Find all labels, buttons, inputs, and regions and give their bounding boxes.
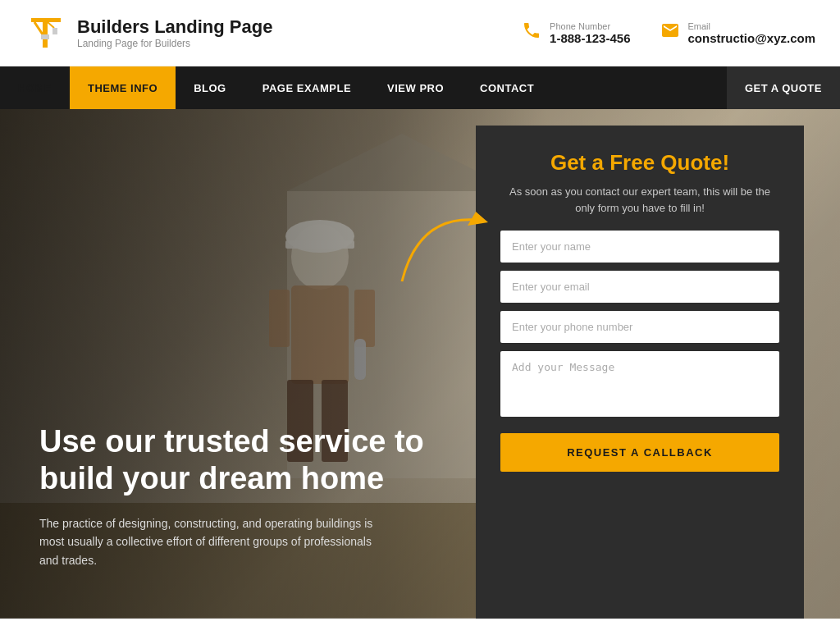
svg-rect-1 — [31, 18, 61, 22]
hero-section: Use our trusted service to build your dr… — [0, 109, 840, 619]
nav-item-contact[interactable]: CONTACT — [462, 66, 552, 109]
hero-content: Use our trusted service to build your dr… — [0, 109, 840, 619]
svg-rect-3 — [41, 34, 49, 39]
phone-icon — [522, 21, 541, 45]
header-contact: Phone Number 1-888-123-456 Email constru… — [522, 21, 815, 45]
svg-line-4 — [48, 22, 54, 28]
nav-item-view-pro[interactable]: VIEW PRO — [369, 66, 462, 109]
nav-item-get-quote[interactable]: GET A QUOTE — [727, 66, 840, 109]
svg-rect-0 — [43, 18, 48, 48]
name-input[interactable] — [500, 231, 779, 263]
hero-title: Use our trusted service to build your dr… — [39, 423, 443, 498]
nav-item-theme-info[interactable]: THEME INFO — [70, 66, 176, 109]
logo-text: Builders Landing Page Landing Page for B… — [77, 16, 272, 49]
phone-info: Phone Number 1-888-123-456 — [550, 21, 630, 45]
site-title: Builders Landing Page — [77, 16, 272, 38]
hero-left: Use our trusted service to build your dr… — [0, 109, 476, 619]
message-input[interactable] — [500, 351, 779, 417]
request-callback-button[interactable]: REQUEST A CALLBACK — [500, 433, 779, 472]
email-label: Email — [688, 21, 816, 31]
phone-label: Phone Number — [550, 21, 630, 31]
form-subtitle: As soon as you contact our expert team, … — [500, 184, 779, 216]
form-title: Get a Free Quote! — [500, 150, 779, 176]
email-icon — [660, 21, 680, 45]
email-value: constructio@xyz.com — [688, 31, 816, 45]
hero-description: The practice of designing, constructing,… — [39, 514, 384, 569]
logo-area: Builders Landing Page Landing Page for B… — [25, 11, 272, 54]
logo-icon — [25, 11, 67, 54]
svg-line-2 — [34, 22, 43, 34]
svg-rect-5 — [52, 28, 57, 34]
quote-form: Get a Free Quote! As soon as you contact… — [476, 126, 804, 619]
nav-item-home[interactable]: HOME — [0, 66, 70, 109]
decorative-arrow — [386, 199, 492, 298]
email-input[interactable] — [500, 271, 779, 303]
phone-input[interactable] — [500, 311, 779, 343]
nav-item-blog[interactable]: BLOG — [176, 66, 244, 109]
site-header: Builders Landing Page Landing Page for B… — [0, 0, 840, 66]
email-info: Email constructio@xyz.com — [688, 21, 816, 45]
phone-contact: Phone Number 1-888-123-456 — [522, 21, 630, 45]
site-subtitle: Landing Page for Builders — [77, 38, 272, 49]
phone-value: 1-888-123-456 — [550, 31, 630, 45]
nav-item-page-example[interactable]: PAGE EXAMPLE — [244, 66, 369, 109]
main-nav: HOME THEME INFO BLOG PAGE EXAMPLE VIEW P… — [0, 66, 840, 109]
email-contact: Email constructio@xyz.com — [660, 21, 816, 45]
